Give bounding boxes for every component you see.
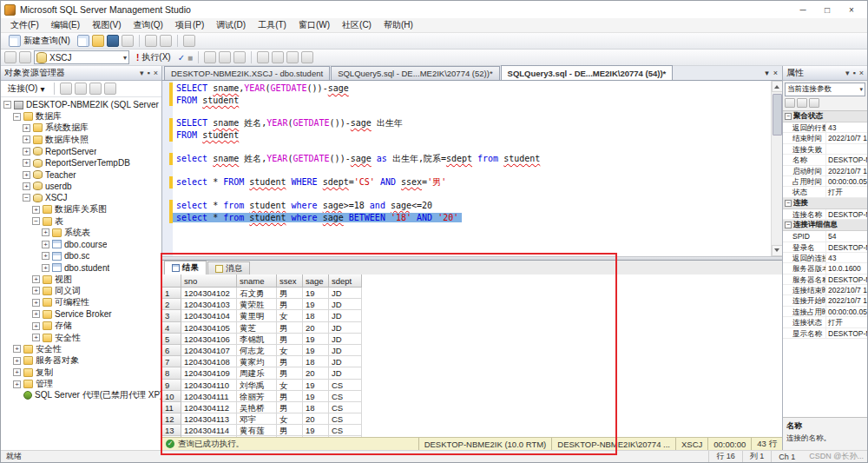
property-value[interactable]: 打开 xyxy=(826,187,867,196)
tree-item[interactable]: +数据库关系图 xyxy=(1,204,161,215)
menu-item[interactable]: 文件(F) xyxy=(4,18,45,32)
activity-monitor-icon[interactable] xyxy=(160,35,172,47)
open-file-icon[interactable] xyxy=(92,35,104,47)
grid-cell[interactable]: 1204304106 xyxy=(181,334,237,345)
alphabetical-view-icon[interactable] xyxy=(797,98,807,108)
panel-menu-icon[interactable]: ▾ xyxy=(845,69,850,77)
grid-row-number[interactable]: 14 xyxy=(162,436,181,437)
property-group-header[interactable]: −连接 xyxy=(783,198,867,209)
tree-expander-icon[interactable]: + xyxy=(23,136,30,143)
property-value[interactable]: 10.0.1600 xyxy=(826,263,867,273)
tree-expander-icon[interactable]: + xyxy=(23,171,30,179)
categorized-view-icon[interactable] xyxy=(785,98,795,108)
grid-cell[interactable]: JD xyxy=(329,310,362,321)
collapse-icon[interactable]: − xyxy=(785,222,792,228)
grid-row[interactable]: 131204304114黄有莲男19CS xyxy=(162,425,782,436)
menu-item[interactable]: 调试(D) xyxy=(210,18,252,32)
grid-cell[interactable]: JD xyxy=(329,299,362,310)
tab-messages[interactable]: 消息 xyxy=(207,261,250,274)
grid-row-number[interactable]: 2 xyxy=(162,299,181,310)
tab-list-icon[interactable]: ▾ xyxy=(765,69,769,77)
results-to-grid-icon[interactable] xyxy=(219,51,231,63)
grid-cell[interactable]: 刘华禹 xyxy=(237,380,277,391)
cancel-query-icon[interactable]: ■ xyxy=(187,53,193,63)
tree-item[interactable]: +存储 xyxy=(1,320,161,331)
property-row[interactable]: 服务器名称DESKTOP-NBME2IK xyxy=(783,274,867,285)
grid-cell[interactable]: 徐丽芳 xyxy=(237,391,277,402)
tree-expander-icon[interactable]: + xyxy=(13,380,21,388)
document-tab[interactable]: DESKTOP-NBME2IK.XSCJ - dbo.student xyxy=(164,66,330,80)
property-group-header[interactable]: −连接详细信息 xyxy=(783,220,867,231)
menu-item[interactable]: 项目(P) xyxy=(169,18,210,32)
menu-item[interactable]: 工具(T) xyxy=(252,18,293,32)
grid-cell[interactable]: 1204304104 xyxy=(181,310,237,321)
stop-icon[interactable] xyxy=(75,83,87,95)
tree-item[interactable]: SQL Server 代理(已禁用代理 XP) xyxy=(1,390,161,401)
grid-cell[interactable]: 1204304103 xyxy=(181,299,237,310)
collapse-icon[interactable]: − xyxy=(785,200,792,207)
code-line[interactable] xyxy=(162,165,782,177)
grid-cell[interactable]: 20 xyxy=(303,367,329,379)
tree-expander-icon[interactable]: + xyxy=(13,345,21,353)
grid-cell[interactable]: 1204304107 xyxy=(181,345,237,356)
tree-expander-icon[interactable]: + xyxy=(32,206,40,214)
tree-item[interactable]: +Teacher xyxy=(1,169,161,180)
grid-cell[interactable]: 20 xyxy=(303,413,329,425)
grid-cell[interactable]: 19 xyxy=(303,299,329,310)
grid-cell[interactable]: 男 xyxy=(277,322,303,334)
tree-expander-icon[interactable]: + xyxy=(42,241,49,248)
tree-item[interactable]: +dbo.course xyxy=(1,239,161,250)
grid-row[interactable]: 141204304115黄传文男19CS xyxy=(162,436,782,437)
grid-cell[interactable]: 1204304105 xyxy=(181,322,237,334)
grid-cell[interactable]: 19 xyxy=(303,391,329,402)
minimize-icon[interactable]: ─ xyxy=(791,2,815,17)
tree-item[interactable]: −XSCJ xyxy=(1,192,161,203)
database-combo[interactable]: XSCJ ▾ xyxy=(34,50,129,64)
property-value[interactable]: 打开 xyxy=(826,317,867,327)
grid-cell[interactable]: 男 xyxy=(277,367,303,379)
tree-item[interactable]: +安全性 xyxy=(1,332,161,343)
property-pages-icon[interactable] xyxy=(809,98,819,108)
tree-expander-icon[interactable]: − xyxy=(3,101,11,109)
scrollbar-thumb[interactable] xyxy=(773,94,782,136)
pin-icon[interactable]: ▪ xyxy=(148,69,150,77)
property-row[interactable]: 连接名称DESKTOP-NBME2IK xyxy=(783,209,867,220)
tree-expander-icon[interactable]: + xyxy=(42,228,49,236)
grid-row[interactable]: 51204304106李锦凯男19JD xyxy=(162,334,782,345)
code-line[interactable]: select sname 姓名,YEAR(GETDATE())-sage as … xyxy=(162,153,782,165)
tree-expander-icon[interactable]: + xyxy=(23,159,30,167)
property-value[interactable]: 2022/10/7 15:22:53 xyxy=(826,285,867,294)
grid-row-number[interactable]: 12 xyxy=(162,413,181,425)
grid-row-number[interactable]: 3 xyxy=(162,310,181,321)
code-line[interactable]: SELECT sname,YEAR(GETDATE())-sage xyxy=(162,83,782,95)
menu-item[interactable]: 查询(Q) xyxy=(127,18,168,32)
grid-cell[interactable]: JD xyxy=(329,367,362,379)
grid-cell[interactable]: 男 xyxy=(277,402,303,413)
disconnect-icon[interactable] xyxy=(60,83,72,95)
grid-row[interactable]: 41204304105黄芝男20JD xyxy=(162,322,782,334)
grid-cell[interactable]: JD xyxy=(329,288,362,299)
property-row[interactable]: 结束时间2022/10/7 15:22:53 xyxy=(783,133,867,143)
property-row[interactable]: 返回的连接行数43 xyxy=(783,253,867,263)
close-document-icon[interactable]: × xyxy=(773,69,778,77)
grid-cell[interactable]: 1204304102 xyxy=(181,288,237,299)
grid-cell[interactable]: JD xyxy=(329,356,362,367)
property-row[interactable]: 占用时间00:00:00.051 xyxy=(783,176,867,187)
property-row[interactable]: 连接结束时间2022/10/7 15:22:53 xyxy=(783,285,867,295)
new-query-button[interactable]: 新建查询(N) xyxy=(4,33,75,49)
print-icon[interactable] xyxy=(145,35,157,47)
grid-cell[interactable]: 黄传文 xyxy=(237,436,277,437)
property-value[interactable]: 2022/10/7 15:22:53 xyxy=(826,166,867,175)
connect-button[interactable]: 连接(O) ▾ xyxy=(3,81,49,96)
grid-cell[interactable]: 19 xyxy=(303,345,329,356)
grid-cell[interactable]: 18 xyxy=(303,356,329,367)
filter-icon[interactable] xyxy=(104,83,116,95)
menu-item[interactable]: 社区(C) xyxy=(336,18,378,32)
tree-expander-icon[interactable]: − xyxy=(23,194,30,202)
pin-icon[interactable]: ▪ xyxy=(853,69,856,77)
grid-cell[interactable]: 1204304114 xyxy=(181,425,237,436)
grid-row-number[interactable]: 13 xyxy=(162,425,181,436)
property-value[interactable]: 2022/10/7 15:22:53 xyxy=(826,295,867,305)
tree-item[interactable]: +ReportServerTempDB xyxy=(1,157,161,169)
grid-row-number[interactable]: 4 xyxy=(162,322,181,334)
